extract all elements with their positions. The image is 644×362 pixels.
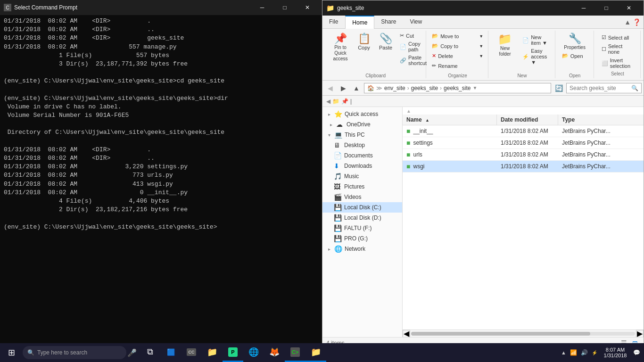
easy-access-button[interactable]: ⚡ Easy access ▼	[520, 47, 552, 66]
move-to-button[interactable]: 📂 Move to ▼	[430, 32, 485, 41]
header-name[interactable]: Name ▲	[403, 115, 497, 125]
search-box[interactable]: 🔍	[566, 83, 642, 93]
select-all-button[interactable]: ☑ Select all	[599, 33, 636, 41]
open-button[interactable]: 📂 Open	[559, 52, 591, 60]
taskbar-task-view[interactable]: ⧉	[140, 343, 160, 362]
sidebar-item-faltu-f[interactable]: 💾 FALTU (F:)	[322, 223, 402, 233]
ribbon-open-group: 🔧 Properties 📂 Open Open	[556, 31, 594, 78]
address-separator3: ›	[440, 85, 442, 91]
address-path[interactable]: 🏠 ≫ env_site › geeks_site › geeks_site ▼	[364, 83, 551, 93]
sidebar-item-this-pc[interactable]: ▾ 💻 This PC	[322, 130, 402, 140]
invert-selection-button[interactable]: ⬜ Invert selection	[599, 57, 636, 70]
ribbon-collapse-button[interactable]: ▲	[624, 18, 631, 26]
search-input[interactable]	[570, 85, 631, 91]
nav-back-button[interactable]: ◀	[324, 82, 336, 94]
taskbar-terminal[interactable]: C>	[285, 343, 305, 362]
taskbar-explorer[interactable]: 📁	[202, 343, 223, 362]
cmd-close-button[interactable]: ✕	[297, 0, 318, 15]
tray-battery-icon[interactable]: ⚡	[592, 350, 597, 355]
scroll-left-button[interactable]: ◀	[403, 330, 410, 337]
h-scrollbar-track[interactable]	[411, 332, 635, 336]
sidebar-item-onedrive[interactable]: ▸ ☁ OneDrive	[322, 119, 402, 130]
ribbon-new-group: 📁 Newfolder 📄 New item ▼ ⚡ Easy access ▼	[489, 31, 555, 78]
explorer-close-button[interactable]: ✕	[618, 0, 640, 16]
sidebar-item-music[interactable]: 🎵 Music	[322, 171, 402, 181]
ribbon-help-button[interactable]: ❓	[633, 18, 641, 26]
nav-up-button[interactable]: ▲	[351, 82, 362, 94]
copy-to-button[interactable]: 📂 Copy to ▼	[430, 41, 485, 50]
file-row-urls[interactable]: ■ urls 1/31/2018 8:02 AM JetBrains PyCha…	[403, 149, 644, 161]
cut-label: Cut	[406, 33, 414, 39]
pin-quick-small[interactable]: 📌	[341, 98, 348, 105]
sidebar-item-local-disk-d[interactable]: 💾 Local Disk (D:)	[322, 213, 402, 223]
explorer-maximize-button[interactable]: □	[595, 0, 617, 16]
terminal-icon: C>	[290, 347, 300, 357]
delete-icon: ✕	[432, 53, 436, 59]
file-name-settings: ■ settings	[403, 137, 497, 148]
sidebar-item-desktop[interactable]: 🖥 Desktop	[322, 140, 402, 150]
tab-view[interactable]: View	[403, 16, 429, 28]
new-folder-button[interactable]: 📁 Newfolder	[492, 32, 518, 58]
desktop-icon: 🖥	[334, 141, 341, 149]
taskbar-file-explorer[interactable]: 📁	[305, 343, 326, 362]
copy-path-button[interactable]: 📄 Copy path	[397, 40, 429, 53]
sidebar-item-quick-access[interactable]: ▸ ⭐ Quick access	[322, 109, 402, 119]
paste-shortcut-button[interactable]: 🔗 Paste shortcut	[397, 54, 429, 67]
tab-share[interactable]: Share	[374, 16, 403, 28]
rename-button[interactable]: ✏ Rename	[430, 61, 485, 70]
cmd-minimize-button[interactable]: ─	[251, 0, 273, 15]
pin-to-quick-access-button[interactable]: 📌 Pin to Quickaccess	[328, 31, 353, 64]
tab-file[interactable]: File	[322, 16, 345, 28]
start-button[interactable]: ⊞	[0, 343, 23, 362]
tray-clock[interactable]: 8:07 AM 1/31/2018	[601, 347, 629, 358]
cmd-content[interactable]: 01/31/2018 08:02 AM <DIR> . 01/31/2018 0…	[0, 15, 322, 349]
taskbar-cc[interactable]: CC	[181, 343, 202, 362]
taskbar-chrome[interactable]: 🌐	[243, 343, 264, 362]
file-row-wsgi[interactable]: ■ wsgi 1/31/2018 8:02 AM JetBrains PyCha…	[403, 161, 644, 173]
pictures-icon: 🖼	[334, 183, 341, 190]
address-bar: ◀ ▶ ▲ 🏠 ≫ env_site › geeks_site › geeks_…	[322, 81, 644, 96]
organize-group-label: Organize	[430, 72, 485, 78]
sidebar-item-local-disk-c[interactable]: 💾 Local Disk (C:)	[322, 202, 402, 213]
file-row-init[interactable]: ■ __init__ 1/31/2018 8:02 AM JetBrains P…	[403, 125, 644, 137]
sidebar-item-documents[interactable]: 📄 Documents	[322, 150, 402, 161]
delete-button[interactable]: ✕ Delete ▼	[430, 51, 485, 60]
taskbar-search-box[interactable]: 🔍 Type here to search	[23, 346, 126, 359]
file-row-settings[interactable]: ■ settings 1/31/2018 8:02 AM JetBrains P…	[403, 137, 644, 149]
taskbar-store[interactable]: 🟦	[160, 343, 181, 362]
quick-access-icon: ⭐	[334, 110, 342, 118]
header-date-modified[interactable]: Date modified	[497, 115, 558, 125]
sidebar-item-pro-g[interactable]: 💾 PRO (G:)	[322, 233, 402, 244]
taskbar: ⊞ 🔍 Type here to search 🎤 ⧉ 🟦 CC 📁 P 🌐 🦊…	[0, 343, 644, 362]
tab-home[interactable]: Home	[345, 16, 374, 29]
cortana-mic-button[interactable]: 🎤	[126, 343, 138, 362]
sidebar: ▸ ⭐ Quick access ▸ ☁ OneDrive ▾ 💻 This P…	[322, 107, 403, 337]
tray-show-hidden[interactable]: ▲	[561, 350, 566, 355]
select-none-button[interactable]: ☐ Select none	[599, 42, 636, 56]
tray-notifications-icon[interactable]: 💬	[633, 349, 640, 356]
cmd-maximize-button[interactable]: □	[274, 0, 296, 15]
documents-icon: 📄	[334, 152, 341, 159]
onedrive-label: OneDrive	[347, 121, 371, 128]
taskbar-firefox[interactable]: 🦊	[264, 343, 285, 362]
tray-network-icon[interactable]: 📶	[570, 349, 577, 356]
nav-forward-button[interactable]: ▶	[338, 82, 349, 94]
properties-button[interactable]: 🔧 Properties	[559, 32, 591, 51]
new-item-button[interactable]: 📄 New item ▼	[520, 33, 552, 47]
sidebar-item-downloads[interactable]: ⬇ Downloads	[322, 161, 402, 171]
header-type[interactable]: Type	[558, 115, 644, 125]
copy-button[interactable]: 📋 Copy	[354, 31, 374, 52]
cut-button[interactable]: ✂ Cut	[397, 32, 429, 40]
refresh-button[interactable]: 🔄	[553, 82, 564, 94]
sort-indicator: ▲	[403, 107, 644, 115]
sidebar-item-pictures[interactable]: 🖼 Pictures	[322, 181, 402, 192]
scroll-right-button[interactable]: ▶	[636, 330, 644, 337]
taskbar-pycharm[interactable]: P	[223, 343, 243, 362]
paste-label: Paste	[379, 45, 392, 50]
paste-button[interactable]: 📎 Paste	[375, 31, 396, 52]
tray-sound-icon[interactable]: 🔊	[581, 349, 588, 356]
h-scrollbar[interactable]: ◀ ▶	[403, 329, 644, 337]
sidebar-item-network[interactable]: ▸ 🌐 Network	[322, 244, 402, 254]
explorer-minimize-button[interactable]: ─	[573, 0, 594, 16]
sidebar-item-videos[interactable]: 🎬 Videos	[322, 192, 402, 202]
